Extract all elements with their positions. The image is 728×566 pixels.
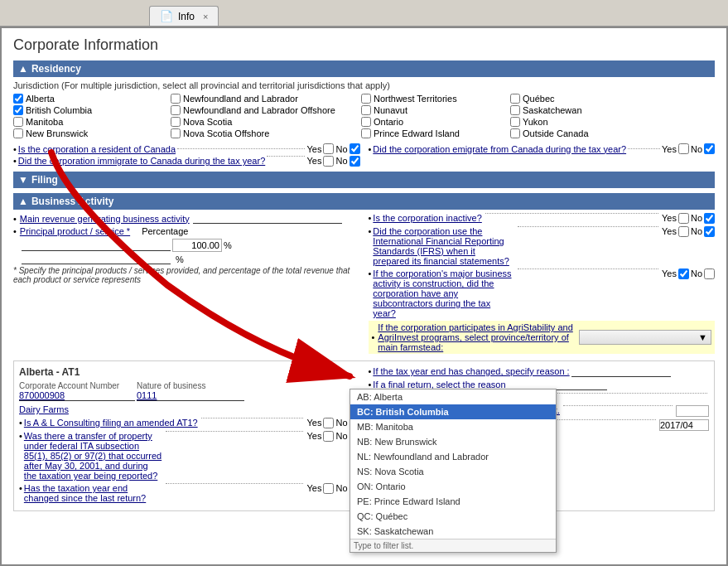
resident-yes-checkbox[interactable] <box>323 143 334 154</box>
tax-year-reason-row: • If the tax year end has changed, speci… <box>369 366 710 377</box>
principal-input2[interactable] <box>22 254 171 264</box>
dropdown-item-mb[interactable]: MB: Manitoba <box>350 419 556 434</box>
main-revenue-input[interactable] <box>193 213 342 224</box>
checkbox-yukon: Yukon <box>510 117 643 127</box>
construction-no[interactable] <box>704 268 715 279</box>
nature-value[interactable]: 0111 <box>137 390 244 401</box>
taxation-text: Has the taxation year end changed since … <box>24 483 162 503</box>
checkbox-nfld-offshore-input[interactable] <box>171 105 181 115</box>
checkbox-nunavut-input[interactable] <box>361 105 371 115</box>
principal-input[interactable] <box>22 240 171 251</box>
ba-label: Business Activity <box>31 196 114 207</box>
info-tab[interactable]: 📄 Info × <box>149 6 219 26</box>
residency-section-header: ▲ Residency <box>13 60 715 77</box>
immigrate-question-text: Did the corporation immigrate to Canada … <box>18 156 265 166</box>
taxation-yes[interactable] <box>323 483 334 494</box>
percentage-row: % <box>22 239 360 252</box>
inactive-no[interactable] <box>704 213 715 224</box>
checkbox-manitoba: Manitoba <box>13 117 171 127</box>
province-dropdown: AB: Alberta BC: British Columbia MB: Man… <box>350 389 557 553</box>
checkbox-quebec-input[interactable] <box>510 94 520 104</box>
dropdown-item-ab[interactable]: AB: Alberta <box>350 389 556 404</box>
checkbox-pei: Prince Edward Island <box>361 128 510 138</box>
checkbox-new-brunswick-input[interactable] <box>13 128 23 138</box>
notice-input[interactable] <box>676 405 709 417</box>
checkbox-pei-input[interactable] <box>361 128 371 138</box>
tab-bar: 📄 Info × <box>0 0 728 27</box>
dropdown-arrow-icon: ▼ <box>698 332 707 342</box>
tab-close-button[interactable]: × <box>203 12 208 22</box>
checkbox-bc: British Columbia <box>13 105 171 115</box>
dropdown-item-pe[interactable]: PE: Prince Edward Island <box>350 494 556 509</box>
taxation-row: • Has the taxation year end changed sinc… <box>19 483 360 503</box>
construction-yes[interactable] <box>678 268 689 279</box>
company-name[interactable]: Dairy Farms <box>19 404 360 414</box>
checkbox-nova-scotia: Nova Scotia <box>171 117 361 127</box>
dropdown-item-nl[interactable]: NL: Newfoundland and Labrador <box>350 449 556 464</box>
checkbox-northwest-input[interactable] <box>361 94 371 104</box>
ifrs-text: Did the corporation use the Internationa… <box>373 226 513 266</box>
checkbox-alberta-input[interactable] <box>13 94 23 104</box>
checkbox-newfoundland-input[interactable] <box>171 94 181 104</box>
checkbox-outside-canada: Outside Canada <box>510 128 643 138</box>
checkbox-ns-offshore-input[interactable] <box>171 128 181 138</box>
nature-col: Nature of business 0111 <box>137 381 244 401</box>
dropdown-item-qc[interactable]: QC: Québec <box>350 509 556 524</box>
dropdown-item-nb[interactable]: NB: New Brunswick <box>350 434 556 449</box>
collapse-icon: ▲ <box>18 63 28 75</box>
at1-header: Alberta - AT1 <box>19 366 360 378</box>
transfer-row: • Was there a transfer of property under… <box>19 431 360 481</box>
at1-left: Alberta - AT1 Corporate Account Number 8… <box>19 366 360 506</box>
percentage-input[interactable] <box>172 239 222 252</box>
emigrate-yes-checkbox[interactable] <box>678 143 689 154</box>
page-title: Corporate Information <box>13 36 715 54</box>
farmstead-dropdown-trigger[interactable]: ▼ <box>579 330 711 345</box>
tax-year-reason-input[interactable] <box>571 366 671 377</box>
account-number-col: Corporate Account Number 870000908 <box>19 381 135 401</box>
checkbox-saskatchewan-input[interactable] <box>510 105 520 115</box>
ifrs-yes[interactable] <box>678 226 689 237</box>
checkbox-manitoba-input[interactable] <box>13 117 23 127</box>
ba-collapse-icon: ▲ <box>18 196 28 207</box>
resident-question-row: • Is the corporation a resident of Canad… <box>13 143 360 154</box>
emigrate-no-checkbox[interactable] <box>704 143 715 154</box>
amended-yes[interactable] <box>323 418 334 428</box>
farmstead-text: If the corporation participates in AgriS… <box>378 322 576 352</box>
main-revenue-row: • Main revenue generating business activ… <box>13 213 360 224</box>
inactive-yes[interactable] <box>678 213 689 224</box>
bullet-emigrate: • <box>369 144 372 154</box>
construction-text: If the corporation's major business acti… <box>373 268 513 318</box>
dropdown-item-sk[interactable]: SK: Saskatchewan <box>350 524 556 539</box>
checkbox-bc-input[interactable] <box>13 105 23 115</box>
main-content: Corporate Information ▲ Residency Jurisd… <box>0 27 728 566</box>
account-number-value[interactable]: 870000908 <box>19 390 135 401</box>
resident-question-text: Is the corporation a resident of Canada <box>18 144 176 154</box>
checkbox-ontario-input[interactable] <box>361 117 371 127</box>
main-revenue-label: Main revenue generating business activit… <box>20 214 190 224</box>
principal-product-row: • Principal product / service * Percenta… <box>13 226 360 236</box>
ifrs-no[interactable] <box>704 226 715 237</box>
inactive-text: Is the corporation inactive? <box>373 213 481 223</box>
percentage-row2: % <box>22 254 360 264</box>
immigrate-no-checkbox[interactable] <box>350 156 360 167</box>
account-number-label: Corporate Account Number <box>19 381 135 390</box>
checkbox-new-brunswick: New Brunswick <box>13 128 171 138</box>
nature-label: Nature of business <box>137 381 244 390</box>
principal-product-label: Principal product / service * <box>20 226 130 236</box>
bullet-principal: • <box>13 226 17 236</box>
emigrate-question-row: • Did the corporation emigrate from Cana… <box>369 143 716 154</box>
transfer-yes[interactable] <box>323 431 334 442</box>
dropdown-item-on[interactable]: ON: Ontario <box>350 479 556 494</box>
checkbox-newfoundland: Newfoundland and Labrador <box>171 94 361 104</box>
resident-no-checkbox[interactable] <box>350 143 360 154</box>
farmstead-row: • If the corporation participates in Agr… <box>369 321 716 354</box>
dropdown-item-ns[interactable]: NS: Nova Scotia <box>350 464 556 479</box>
dropdown-item-bc[interactable]: BC: British Columbia <box>350 404 556 419</box>
checkbox-outside-canada-input[interactable] <box>510 128 520 138</box>
immigrate-question-row: • Did the corporation immigrate to Canad… <box>13 156 360 167</box>
immigrate-yes-checkbox[interactable] <box>323 156 334 167</box>
checkbox-nova-scotia-input[interactable] <box>171 117 181 127</box>
checkbox-yukon-input[interactable] <box>510 117 520 127</box>
signing-input[interactable] <box>659 419 709 431</box>
jurisdiction-checkboxes: Alberta Newfoundland and Labrador Northw… <box>13 94 715 138</box>
